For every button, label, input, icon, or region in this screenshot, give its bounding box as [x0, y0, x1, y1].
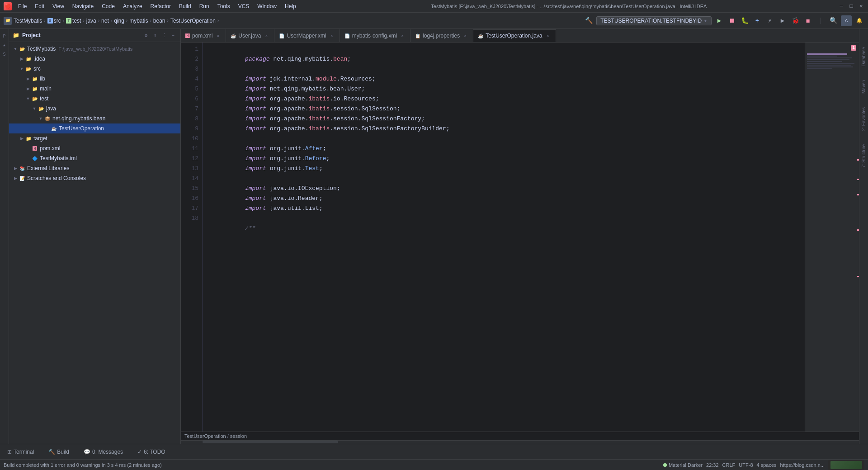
sidebar-expand-icon[interactable]: ⬆ — [151, 32, 159, 39]
menu-refactor[interactable]: Refactor — [147, 2, 175, 10]
menu-analyze[interactable]: Analyze — [119, 2, 146, 10]
tab-testuseroperation[interactable]: ☕ TestUserOperation.java × — [473, 29, 556, 42]
stop-button[interactable]: ⏹ — [727, 16, 737, 26]
tab-user[interactable]: ☕ User.java × — [226, 29, 274, 42]
search-button[interactable]: 🔍 — [828, 16, 838, 26]
bottom-tab-messages[interactable]: 💬 0: Messages — [80, 447, 127, 457]
tab-usermapper-close[interactable]: × — [329, 33, 335, 39]
menu-file[interactable]: File — [14, 2, 30, 10]
menu-vcs[interactable]: VCS — [235, 2, 253, 10]
menu-code[interactable]: Code — [98, 2, 118, 10]
title-bar: 🔴 File Edit View Navigate Code Analyze R… — [0, 0, 868, 13]
tab-mybatis-label: mybatis-config.xml — [352, 33, 397, 39]
breadcrumb-java[interactable]: java — [86, 18, 96, 24]
maximize-button[interactable]: □ — [848, 3, 854, 9]
tree-item-external-libs[interactable]: ▶ 📚 External Libraries — [9, 163, 180, 173]
minimap — [805, 53, 859, 69]
menu-help[interactable]: Help — [281, 2, 300, 10]
sidebar-options-icon[interactable]: ⋮ — [160, 32, 168, 39]
scrollbar-thumb[interactable] — [203, 441, 338, 443]
thumbnail-image — [830, 461, 862, 469]
tree-item-java[interactable]: ▼ 📂 java — [9, 104, 180, 114]
breadcrumb-mybatis[interactable]: mybatis — [129, 18, 148, 24]
app-logo: 🔴 — [4, 2, 12, 10]
run2-button[interactable]: ▶ — [778, 16, 788, 26]
menu-build[interactable]: Build — [175, 2, 195, 10]
tab-log4j-close[interactable]: × — [462, 33, 468, 39]
tab-usermapper[interactable]: 📄 UserMapper.xml × — [274, 29, 340, 42]
avatar[interactable]: A — [841, 15, 852, 26]
tree-item-src[interactable]: ▼ 📂 src — [9, 64, 180, 74]
tab-log4j[interactable]: 📋 log4j.properties × — [410, 29, 473, 42]
tree-item-package[interactable]: ▼ 📦 net.qing.mybatis.bean — [9, 114, 180, 123]
coverage-button[interactable]: ☂ — [752, 16, 762, 26]
tree-label-pomxml: pom.xml — [40, 145, 60, 152]
tree-label-idea: .idea — [33, 56, 45, 62]
debug2-button[interactable]: 🐞 — [790, 16, 800, 26]
line-ending-status[interactable]: CRLF — [722, 462, 736, 468]
sidebar-close-icon[interactable]: – — [170, 32, 177, 39]
debug-button[interactable]: 🐛 — [740, 16, 750, 26]
breadcrumb-file[interactable]: TestUserOperation — [170, 18, 216, 24]
close-button[interactable]: ✕ — [858, 3, 864, 9]
breadcrumb-qing[interactable]: qing — [114, 18, 124, 24]
menu-run[interactable]: Run — [196, 2, 213, 10]
breadcrumb-net[interactable]: net — [101, 18, 109, 24]
tree-item-pomxml[interactable]: 🅼 pom.xml — [9, 143, 180, 153]
menu-navigate[interactable]: Navigate — [69, 2, 97, 10]
tab-test-close[interactable]: × — [545, 33, 551, 39]
tree-item-idea[interactable]: ▶ 📁 .idea — [9, 54, 180, 64]
breadcrumb-bean[interactable]: bean — [153, 18, 165, 24]
notifications-button[interactable]: 🔔 — [854, 16, 864, 26]
encoding-status[interactable]: UTF-8 — [739, 462, 753, 468]
right-strip-favorites[interactable]: 2: Favorites — [861, 107, 866, 131]
right-strip-maven[interactable]: Maven — [861, 80, 866, 94]
indent-status[interactable]: 4 spaces — [757, 462, 777, 468]
tab-mybatis-config[interactable]: 📄 mybatis-config.xml × — [340, 29, 410, 42]
src-folder-icon: S — [47, 18, 53, 24]
left-strip-icon-1[interactable]: P — [1, 33, 8, 40]
tree-item-main[interactable]: ▶ 📁 main — [9, 84, 180, 94]
bottom-tab-terminal[interactable]: ⊞ Terminal — [4, 447, 38, 457]
bottom-tab-build[interactable]: 🔨 Build — [45, 447, 73, 457]
tree-item-test[interactable]: ▼ 📂 test — [9, 94, 180, 104]
minimize-button[interactable]: ─ — [838, 3, 844, 9]
breadcrumb-test[interactable]: test — [72, 18, 81, 24]
sidebar-settings-icon[interactable]: ⚙ — [142, 32, 150, 39]
url-status[interactable]: https://blog.csdn.n... — [780, 462, 825, 468]
tree-item-testuseroperation[interactable]: ☕ TestUserOperation — [9, 123, 180, 133]
tree-item-iml[interactable]: 🔷 TestMybatis.iml — [9, 153, 180, 163]
scroll-mark-1 — [857, 159, 859, 161]
left-strip-icon-3[interactable]: S — [1, 51, 8, 58]
tree-item-target[interactable]: ▶ 📁 target — [9, 133, 180, 143]
menu-window[interactable]: Window — [254, 2, 280, 10]
breadcrumb-project[interactable]: TestMybatis — [14, 18, 42, 24]
code-line-10: import org.junit.After; — [210, 134, 797, 144]
menu-tools[interactable]: Tools — [214, 2, 234, 10]
run-config-dropdown[interactable]: TESTUSEROPERATION.TESTFINDBYID ▼ — [596, 16, 712, 25]
stop2-button[interactable]: ◼ — [803, 16, 813, 26]
tab-pomxml[interactable]: 🅼 pom.xml × — [181, 29, 226, 42]
menu-view[interactable]: View — [49, 2, 68, 10]
tree-item-scratches[interactable]: ▶ 📝 Scratches and Consoles — [9, 173, 180, 183]
tree-item-lib[interactable]: ▶ 📁 lib — [9, 74, 180, 84]
tree-item-testmybatis[interactable]: ▼ 📂 TestMybatis F:\java_web_KJ2020\TestM… — [9, 44, 180, 54]
menu-edit[interactable]: Edit — [31, 2, 48, 10]
tab-test-label: TestUserOperation.java — [486, 33, 542, 39]
bottom-tab-todo[interactable]: ✓ 6: TODO — [134, 447, 169, 457]
profile-button[interactable]: ⚡ — [765, 16, 775, 26]
theme-status[interactable]: Material Darker — [663, 462, 703, 468]
right-strip-structure[interactable]: 7: Structure — [861, 144, 866, 168]
separator1: | — [816, 16, 826, 26]
breadcrumb-src[interactable]: src — [54, 18, 61, 24]
right-strip-database[interactable]: Database — [861, 47, 866, 66]
tree-label-java: java — [46, 105, 56, 112]
run-button[interactable]: ▶ — [714, 16, 724, 26]
tab-pomxml-close[interactable]: × — [215, 33, 221, 39]
tab-mybatis-close[interactable]: × — [399, 33, 406, 39]
horizontal-scrollbar[interactable] — [181, 440, 859, 444]
tab-user-close[interactable]: × — [263, 33, 269, 39]
left-strip-icon-2[interactable]: ★ — [1, 42, 8, 49]
code-editor[interactable]: package net.qing.mybatis.bean; import jd… — [203, 43, 805, 432]
tab-log4j-label: log4j.properties — [423, 33, 460, 39]
